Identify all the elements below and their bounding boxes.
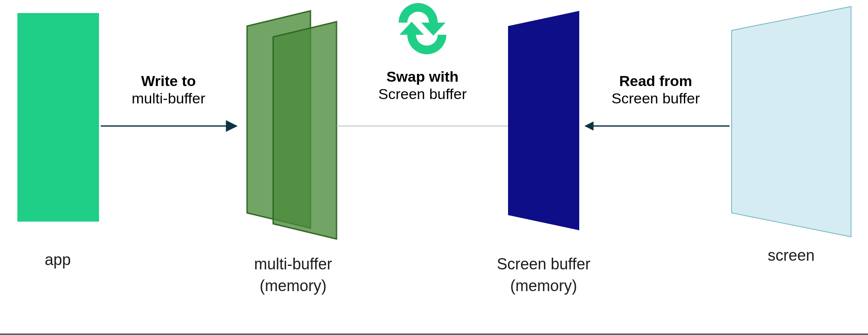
screen-buffer-rect: [508, 11, 579, 230]
read-label-rest: Screen buffer: [611, 90, 700, 106]
screen-buffer-label2: (memory): [510, 277, 577, 295]
multi-buffer-node: multi-buffer (memory): [247, 11, 337, 295]
diagram-canvas: app Write to multi-buffer multi-buffer (…: [0, 0, 868, 335]
write-arrow-group: Write to multi-buffer: [101, 73, 237, 126]
multi-buffer-front: [273, 22, 337, 239]
screen-buffer-node: Screen buffer (memory): [497, 11, 590, 295]
read-label-bold: Read from: [619, 73, 692, 89]
screen-rect: [732, 7, 851, 237]
screen-node: screen: [732, 7, 851, 264]
write-label-bold: Write to: [141, 73, 196, 89]
app-rect: [17, 13, 99, 222]
swap-icon: [399, 3, 446, 54]
screen-label: screen: [768, 246, 815, 264]
write-label-rest: multi-buffer: [132, 90, 205, 106]
app-node: app: [17, 13, 99, 269]
multi-buffer-label2: (memory): [260, 277, 327, 295]
swap-label-rest: Screen buffer: [378, 86, 467, 102]
multi-buffer-label1: multi-buffer: [254, 255, 332, 273]
app-label: app: [45, 251, 71, 269]
swap-group: Swap with Screen buffer: [337, 3, 508, 126]
swap-label-bold: Swap with: [386, 68, 459, 85]
read-arrow-group: Read from Screen buffer: [585, 73, 729, 126]
screen-buffer-label1: Screen buffer: [497, 255, 590, 273]
